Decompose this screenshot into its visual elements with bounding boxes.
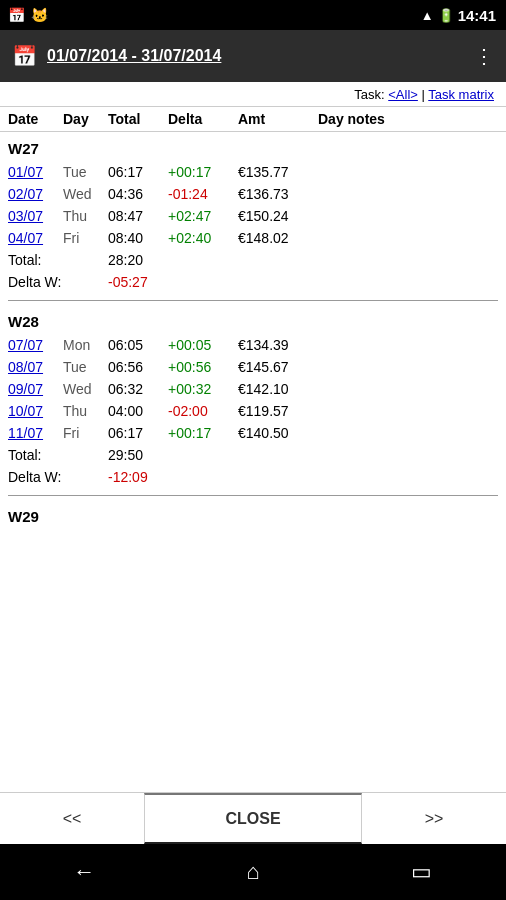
date-cell[interactable]: 11/07 [8, 425, 63, 441]
amt-cell: €140.50 [238, 425, 318, 441]
date-range-title: 01/07/2014 - 31/07/2014 [47, 47, 474, 65]
total-label: Total: [8, 447, 108, 463]
delta-cell: +00:17 [168, 425, 238, 441]
col-header-delta: Delta [168, 111, 238, 127]
content-area: W2701/07Tue06:17+00:17€135.7702/07Wed04:… [0, 132, 506, 792]
calendar-header-icon: 📅 [12, 44, 37, 68]
col-header-daynotes: Day notes [318, 111, 498, 127]
date-cell[interactable]: 02/07 [8, 186, 63, 202]
col-header-date: Date [8, 111, 63, 127]
status-icons: ▲ 🔋 14:41 [421, 7, 496, 24]
week-label: W29 [8, 500, 498, 529]
table-row: 01/07Tue06:17+00:17€135.77 [8, 161, 498, 183]
col-header-day: Day [63, 111, 108, 127]
signal-icon: ▲ [421, 8, 434, 23]
date-cell[interactable]: 04/07 [8, 230, 63, 246]
total-cell: 08:47 [108, 208, 168, 224]
smiley-icon: 🐱 [31, 7, 48, 23]
total-cell: 06:17 [108, 164, 168, 180]
amt-cell: €135.77 [238, 164, 318, 180]
date-cell[interactable]: 07/07 [8, 337, 63, 353]
date-cell[interactable]: 09/07 [8, 381, 63, 397]
table-header: Date Day Total Delta Amt Day notes [0, 107, 506, 132]
date-cell[interactable]: 01/07 [8, 164, 63, 180]
day-cell: Tue [63, 359, 108, 375]
total-cell: 06:56 [108, 359, 168, 375]
table-row: 03/07Thu08:47+02:47€150.24 [8, 205, 498, 227]
table-row: 08/07Tue06:56+00:56€145.67 [8, 356, 498, 378]
delta-week-value: -05:27 [108, 274, 168, 290]
table-row: 02/07Wed04:36-01:24€136.73 [8, 183, 498, 205]
delta-cell: -02:00 [168, 403, 238, 419]
close-button[interactable]: CLOSE [144, 793, 362, 844]
amt-cell: €145.67 [238, 359, 318, 375]
day-cell: Thu [63, 403, 108, 419]
total-row: Total:29:50 [8, 444, 498, 466]
table-row: 10/07Thu04:00-02:00€119.57 [8, 400, 498, 422]
total-cell: 06:32 [108, 381, 168, 397]
table-row: 11/07Fri06:17+00:17€140.50 [8, 422, 498, 444]
total-label: Total: [8, 252, 108, 268]
col-header-amt: Amt [238, 111, 318, 127]
amt-cell: €134.39 [238, 337, 318, 353]
col-header-total: Total [108, 111, 168, 127]
day-cell: Wed [63, 186, 108, 202]
task-label: Task: <All> | Task matrix [354, 87, 494, 102]
delta-cell: -01:24 [168, 186, 238, 202]
delta-week-value: -12:09 [108, 469, 168, 485]
header-bar: 📅 01/07/2014 - 31/07/2014 ⋮ [0, 30, 506, 82]
delta-week-label: Delta W: [8, 469, 108, 485]
total-cell: 04:36 [108, 186, 168, 202]
recents-button[interactable]: ▭ [392, 859, 452, 885]
delta-cell: +02:47 [168, 208, 238, 224]
date-cell[interactable]: 10/07 [8, 403, 63, 419]
bottom-nav: << CLOSE >> [0, 792, 506, 844]
total-row: Total:28:20 [8, 249, 498, 271]
back-button[interactable]: ← [54, 859, 114, 885]
all-tasks-link[interactable]: <All> [388, 87, 418, 102]
total-cell: 04:00 [108, 403, 168, 419]
delta-week-row: Delta W:-12:09 [8, 466, 498, 491]
week-divider [8, 300, 498, 301]
amt-cell: €148.02 [238, 230, 318, 246]
delta-cell: +00:56 [168, 359, 238, 375]
day-cell: Mon [63, 337, 108, 353]
day-cell: Fri [63, 425, 108, 441]
prev-button[interactable]: << [0, 793, 144, 844]
menu-button[interactable]: ⋮ [474, 44, 494, 68]
home-button[interactable]: ⌂ [223, 859, 283, 885]
delta-cell: +02:40 [168, 230, 238, 246]
task-matrix-link[interactable]: Task matrix [428, 87, 494, 102]
calendar-icon: 📅 [8, 7, 25, 23]
delta-cell: +00:17 [168, 164, 238, 180]
amt-cell: €119.57 [238, 403, 318, 419]
amt-cell: €150.24 [238, 208, 318, 224]
delta-cell: +00:32 [168, 381, 238, 397]
date-cell[interactable]: 08/07 [8, 359, 63, 375]
total-cell: 06:17 [108, 425, 168, 441]
table-row: 09/07Wed06:32+00:32€142.10 [8, 378, 498, 400]
week-label: W27 [8, 132, 498, 161]
day-cell: Wed [63, 381, 108, 397]
week-divider [8, 495, 498, 496]
next-button[interactable]: >> [362, 793, 506, 844]
delta-cell: +00:05 [168, 337, 238, 353]
status-time: 14:41 [458, 7, 496, 24]
amt-cell: €142.10 [238, 381, 318, 397]
delta-week-row: Delta W:-05:27 [8, 271, 498, 296]
date-cell[interactable]: 03/07 [8, 208, 63, 224]
status-bar: 📅 🐱 ▲ 🔋 14:41 [0, 0, 506, 30]
amt-cell: €136.73 [238, 186, 318, 202]
status-bar-left: 📅 🐱 [8, 7, 48, 23]
total-cell: 08:40 [108, 230, 168, 246]
total-cell: 06:05 [108, 337, 168, 353]
battery-icon: 🔋 [438, 8, 454, 23]
total-value: 29:50 [108, 447, 168, 463]
table-row: 07/07Mon06:05+00:05€134.39 [8, 334, 498, 356]
sub-header: Task: <All> | Task matrix [0, 82, 506, 107]
week-label: W28 [8, 305, 498, 334]
day-cell: Fri [63, 230, 108, 246]
android-nav-bar: ← ⌂ ▭ [0, 844, 506, 900]
total-value: 28:20 [108, 252, 168, 268]
delta-week-label: Delta W: [8, 274, 108, 290]
